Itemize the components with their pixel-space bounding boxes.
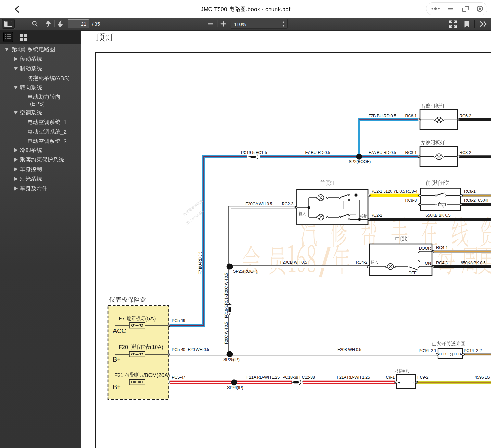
svg-text:FC9-2: FC9-2 [417, 375, 428, 380]
svg-text:RC4-3: RC4-3 [436, 260, 448, 265]
svg-text:SP2(ROOF): SP2(ROOF) [349, 159, 371, 164]
svg-text:F20 WH 0.5: F20 WH 0.5 [188, 347, 209, 352]
svg-text:F7 BU-RD 0.5: F7 BU-RD 0.5 [198, 251, 203, 274]
svg-text:RC3-2: RC3-2 [460, 150, 471, 155]
svg-text:4596 LG: 4596 LG [475, 375, 490, 380]
svg-text:F21A RD-WH 1.25: F21A RD-WH 1.25 [246, 375, 280, 380]
svg-text:110%: 110% [234, 21, 246, 27]
svg-text:PC18-38: PC18-38 [283, 375, 298, 380]
svg-text:PC19-3 RC1-3: PC19-3 RC1-3 [224, 294, 229, 318]
svg-text:/ 35: / 35 [92, 21, 100, 27]
svg-text:RC2-2: RC2-2 [371, 213, 382, 218]
svg-text:F7 BU-RD 0.5: F7 BU-RD 0.5 [305, 150, 330, 155]
svg-text:650KA BK 0.5: 650KA BK 0.5 [461, 260, 485, 265]
svg-text:PC5-19: PC5-19 [172, 318, 185, 323]
svg-text:RC2-3: RC2-3 [282, 201, 294, 206]
svg-text:RC4-2: RC4-2 [356, 260, 368, 265]
svg-text:F7B BU-RD 0.5: F7B BU-RD 0.5 [369, 113, 396, 118]
svg-text:RC6-2: RC6-2 [460, 113, 471, 118]
svg-text:RC6-1: RC6-1 [405, 113, 417, 118]
svg-text:ON: ON [425, 261, 431, 266]
svg-text:RC2-1: RC2-1 [371, 189, 382, 193]
svg-text:B+: B+ [113, 356, 120, 363]
svg-text:DOOR: DOOR [419, 246, 431, 251]
svg-text:PC5-40: PC5-40 [172, 347, 185, 352]
svg-text:-: - [413, 380, 414, 384]
svg-text:B+: B+ [113, 383, 120, 391]
svg-text:PC16_2-2: PC16_2-2 [464, 348, 482, 353]
svg-text:LED +: LED + [439, 352, 449, 356]
svg-text:+: + [398, 380, 400, 385]
svg-text:SP25(IP): SP25(IP) [223, 357, 240, 362]
svg-text:650KB BK 0.5: 650KB BK 0.5 [426, 213, 451, 218]
svg-text:F21A RD-WH 1.25: F21A RD-WH 1.25 [337, 375, 370, 380]
svg-text:SP26(IP): SP26(IP) [227, 385, 243, 390]
svg-text:ACC: ACC [113, 327, 126, 334]
svg-text:F20CB WH 0.5: F20CB WH 0.5 [280, 260, 307, 265]
svg-text:RC4-1: RC4-1 [436, 245, 448, 250]
svg-text:5120 YE 0.5: 5120 YE 0.5 [384, 189, 405, 193]
svg-text:FC12-38: FC12-38 [299, 375, 315, 380]
svg-text:F7A BU-RD 0.5: F7A BU-RD 0.5 [369, 150, 396, 155]
svg-text:FC9-1: FC9-1 [384, 375, 395, 380]
svg-text:OFF: OFF [409, 270, 417, 275]
svg-text:LED-: LED- [454, 352, 462, 356]
svg-text:PC16_2-1: PC16_2-1 [419, 348, 436, 353]
svg-text:F20C WH 0.5: F20C WH 0.5 [224, 322, 229, 344]
svg-text:PC5-47: PC5-47 [172, 375, 185, 380]
svg-text:F20B WH 0.5: F20B WH 0.5 [337, 347, 361, 352]
svg-text:PC19-5 RC1-5: PC19-5 RC1-5 [241, 150, 267, 155]
svg-text:RC8-1: RC8-1 [464, 189, 476, 193]
svg-text:F20C WH 0.5: F20C WH 0.5 [224, 273, 229, 295]
svg-text:RC8-3: RC8-3 [405, 198, 417, 203]
svg-text:SP25(ROOF): SP25(ROOF) [233, 269, 257, 274]
svg-text:RC3-1: RC3-1 [405, 150, 417, 155]
svg-text:650KF BK 0.5: 650KF BK 0.5 [478, 198, 491, 203]
svg-text:RC8-2: RC8-2 [464, 198, 476, 203]
svg-text:RC8-4: RC8-4 [406, 189, 418, 193]
svg-text:F20CA WH 0.5: F20CA WH 0.5 [245, 201, 272, 206]
